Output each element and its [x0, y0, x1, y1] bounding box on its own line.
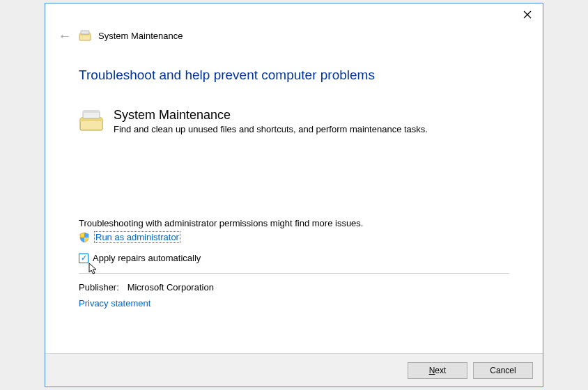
sm-description: Find and clean up unused files and short… — [114, 124, 428, 134]
run-as-administrator-link[interactable]: Run as administrator — [94, 231, 180, 243]
close-icon — [523, 10, 532, 19]
titlebar — [45, 3, 543, 26]
privacy-statement-link[interactable]: Privacy statement — [79, 298, 509, 309]
svg-rect-4 — [81, 31, 89, 34]
troubleshooter-window: ← System Maintenance Troubleshoot and he… — [45, 3, 543, 387]
publisher-value: Microsoft Corporation — [127, 282, 214, 292]
next-button[interactable]: Next — [408, 362, 467, 379]
header-title: System Maintenance — [98, 31, 183, 41]
sm-title: System Maintenance — [114, 108, 428, 123]
apply-repairs-label: Apply repairs automatically — [93, 253, 201, 263]
publisher-row: Publisher: Microsoft Corporation — [79, 282, 509, 292]
footer: Next Cancel — [45, 353, 543, 387]
apply-repairs-row: ✓ Apply repairs automatically — [79, 253, 509, 263]
checkmark-icon: ✓ — [81, 254, 87, 262]
publisher-label: Publisher: — [79, 282, 125, 292]
system-maintenance-block: System Maintenance Find and clean up unu… — [79, 108, 509, 134]
divider — [79, 273, 509, 274]
header-row: ← System Maintenance — [45, 26, 543, 51]
svg-rect-8 — [83, 111, 100, 113]
back-arrow-icon[interactable]: ← — [58, 29, 72, 42]
close-button[interactable] — [520, 8, 534, 22]
apply-repairs-checkbox[interactable]: ✓ — [79, 254, 88, 263]
system-maintenance-icon — [79, 108, 104, 133]
admin-permissions-text: Troubleshooting with administrator permi… — [79, 218, 509, 228]
system-maintenance-small-icon — [79, 29, 91, 42]
admin-link-row: Run as administrator — [79, 231, 509, 243]
content-area: Troubleshoot and help prevent computer p… — [45, 51, 543, 353]
cancel-button[interactable]: Cancel — [473, 362, 533, 379]
shield-icon — [79, 232, 90, 243]
main-heading: Troubleshoot and help prevent computer p… — [79, 68, 509, 83]
